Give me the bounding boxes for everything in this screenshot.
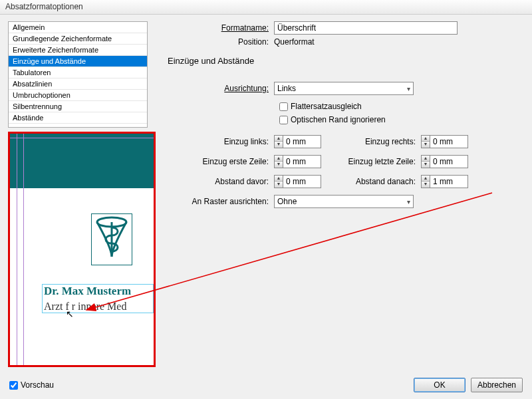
- asclepius-icon: [91, 213, 132, 265]
- paragraph-style-dialog: Absatzformatoptionen Allgemein Grundlege…: [0, 0, 532, 399]
- preview-checkbox-row: Vorschau: [9, 380, 54, 390]
- cancel-button[interactable]: Abbrechen: [471, 378, 523, 392]
- sidebar-item-erweiterte[interactable]: Erweiterte Zeichenformate: [9, 45, 147, 56]
- einzug-rechts-stepper[interactable]: ▲▼: [421, 135, 468, 148]
- grid-label: An Raster ausrichten:: [168, 197, 274, 206]
- sidebar-item-silbentrennung[interactable]: Silbentrennung: [9, 101, 147, 112]
- dialog-footer: Vorschau OK Abbrechen: [9, 378, 523, 392]
- preview-subtitle: Arzt f r innere Med: [44, 301, 152, 313]
- sidebar-item-einzuege[interactable]: Einzüge und Abstände: [9, 56, 147, 67]
- einzug-rechts-label: Einzug rechts:: [321, 137, 421, 146]
- danach-input[interactable]: [430, 175, 468, 188]
- alignment-select[interactable]: Links: [274, 82, 414, 95]
- alignment-label: Ausrichtung:: [168, 84, 274, 93]
- einzug-erste-stepper[interactable]: ▲▼: [274, 155, 321, 168]
- einzug-erste-input[interactable]: [283, 155, 321, 168]
- sidebar-item-allgemein[interactable]: Allgemein: [9, 22, 147, 33]
- formatname-label: Formatname:: [168, 23, 274, 33]
- preview-name: Dr. Max Musterm: [44, 285, 152, 298]
- sidebar-item-abstaende[interactable]: Abstände: [9, 112, 147, 124]
- flatter-checkbox-row: Flattersatzausgleich: [279, 102, 524, 111]
- danach-stepper[interactable]: ▲▼: [421, 175, 468, 188]
- einzug-letzte-label: Einzug letzte Zeile:: [321, 157, 421, 166]
- section-title: Einzüge und Abstände: [168, 56, 524, 66]
- einzug-rechts-input[interactable]: [430, 135, 468, 148]
- position-label: Position:: [168, 37, 274, 47]
- ok-button[interactable]: OK: [414, 378, 466, 392]
- davor-input[interactable]: [283, 175, 321, 188]
- flatter-label: Flattersatzausgleich: [291, 102, 362, 111]
- einzug-erste-label: Einzug erste Zeile:: [168, 157, 274, 166]
- sidebar-item-tabulatoren[interactable]: Tabulatoren: [9, 67, 147, 78]
- dialog-titlebar: Absatzformatoptionen: [0, 0, 532, 15]
- einzug-letzte-input[interactable]: [430, 155, 468, 168]
- danach-label: Abstand danach:: [321, 177, 421, 186]
- davor-stepper[interactable]: ▲▼: [274, 175, 321, 188]
- preview-heading-frame: Dr. Max Musterm Arzt f r innere Med: [42, 284, 154, 313]
- grid-select[interactable]: Ohne: [274, 195, 414, 208]
- einzug-letzte-stepper[interactable]: ▲▼: [421, 155, 468, 168]
- preview-checkbox-label: Vorschau: [21, 380, 54, 390]
- optical-label: Optischen Rand ignorieren: [291, 115, 386, 124]
- preview-panel: Dr. Max Musterm Arzt f r innere Med ↖: [8, 132, 156, 367]
- sidebar-item-absatzlinien[interactable]: Absatzlinien: [9, 78, 147, 90]
- flatter-checkbox[interactable]: [279, 102, 288, 111]
- settings-panel: Formatname: Position: Querformat Einzüge…: [157, 21, 524, 367]
- preview-checkbox[interactable]: [9, 381, 18, 390]
- position-value: Querformat: [274, 37, 315, 47]
- optical-checkbox-row: Optischen Rand ignorieren: [279, 115, 524, 124]
- einzug-links-stepper[interactable]: ▲▼: [274, 135, 321, 148]
- einzug-links-input[interactable]: [283, 135, 321, 148]
- sidebar-item-grundlegende[interactable]: Grundlegende Zeichenformate: [9, 33, 147, 45]
- einzug-links-label: Einzug links:: [168, 137, 274, 146]
- optical-checkbox[interactable]: [279, 116, 288, 124]
- category-sidebar[interactable]: Allgemein Grundlegende Zeichenformate Er…: [8, 21, 148, 128]
- formatname-input[interactable]: [274, 21, 458, 35]
- sidebar-item-umbruch[interactable]: Umbruchoptionen: [9, 90, 147, 101]
- davor-label: Abstand davor:: [168, 177, 274, 186]
